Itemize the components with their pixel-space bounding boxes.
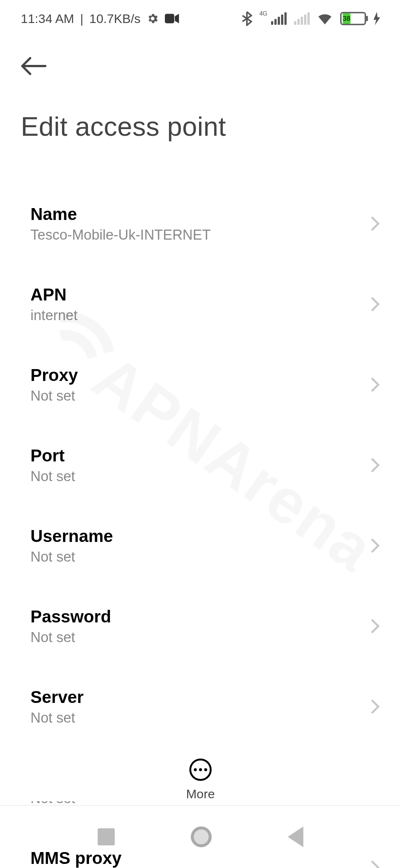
row-value: internet (30, 308, 78, 323)
setting-row-apn[interactable]: APN internet (0, 267, 401, 347)
battery-percent: 38 (343, 13, 351, 24)
setting-row-server[interactable]: Server Not set (0, 669, 401, 750)
status-separator: | (80, 11, 84, 26)
nav-back-button[interactable] (288, 826, 303, 847)
row-value: Not set (30, 549, 113, 565)
chevron-right-icon (370, 537, 380, 554)
gear-icon (146, 12, 159, 25)
row-label: Port (30, 445, 75, 466)
signal-sim2-icon (294, 12, 310, 25)
chevron-right-icon (370, 457, 380, 473)
more-label: More (186, 787, 215, 801)
status-time: 11:34 AM (21, 11, 74, 26)
system-nav-bar (0, 805, 401, 868)
back-button[interactable] (21, 52, 50, 82)
row-value: Not set (30, 388, 78, 404)
status-left: 11:34 AM | 10.7KB/s (21, 11, 179, 26)
nav-recent-button[interactable] (98, 828, 115, 845)
row-value: Not set (30, 710, 84, 726)
row-label: Username (30, 526, 113, 546)
more-icon (189, 759, 212, 781)
battery-icon: 38 (340, 12, 366, 25)
more-action[interactable]: More (0, 750, 401, 801)
setting-row-name[interactable]: Name Tesco-Mobile-Uk-INTERNET (0, 186, 401, 267)
status-bar: 11:34 AM | 10.7KB/s 4G 38 (0, 0, 401, 37)
nav-home-button[interactable] (191, 826, 212, 847)
chevron-right-icon (370, 296, 380, 312)
svg-rect-0 (165, 14, 174, 23)
row-label: Password (30, 606, 111, 627)
chevron-right-icon (370, 698, 380, 715)
row-label: APN (30, 285, 78, 305)
signal-sim1-icon (271, 12, 287, 25)
wifi-icon (317, 12, 333, 25)
status-net-speed: 10.7KB/s (89, 11, 141, 26)
setting-row-username[interactable]: Username Not set (0, 508, 401, 589)
row-value: Not set (30, 629, 111, 645)
setting-row-port[interactable]: Port Not set (0, 428, 401, 508)
page-header: Edit access point (0, 37, 401, 142)
video-icon (165, 13, 179, 24)
network-type-label: 4G (260, 10, 267, 17)
arrow-left-icon (21, 57, 47, 77)
bluetooth-icon (242, 11, 252, 26)
page-title: Edit access point (21, 111, 380, 142)
row-label: Proxy (30, 365, 78, 385)
row-value: Tesco-Mobile-Uk-INTERNET (30, 227, 211, 243)
chevron-right-icon (370, 216, 380, 232)
charging-icon (374, 12, 380, 25)
setting-row-proxy[interactable]: Proxy Not set (0, 347, 401, 428)
status-right: 4G 38 (242, 10, 380, 27)
chevron-right-icon (370, 377, 380, 393)
row-value: Not set (30, 468, 75, 484)
row-label: Name (30, 204, 211, 224)
row-label: Server (30, 687, 84, 707)
chevron-right-icon (370, 618, 380, 634)
setting-row-password[interactable]: Password Not set (0, 589, 401, 669)
